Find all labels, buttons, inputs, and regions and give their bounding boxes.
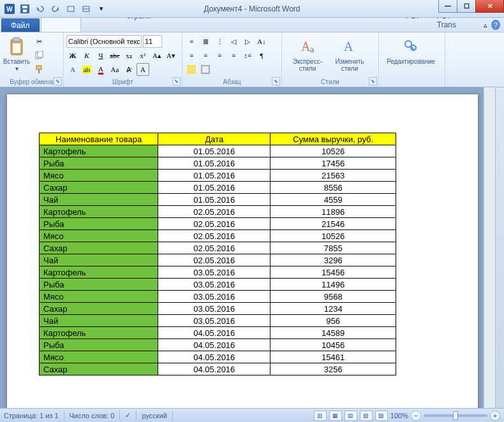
copy-icon[interactable] [33,49,45,62]
zoom-level[interactable]: 100% [390,412,408,419]
table-cell[interactable]: 04.05.2016 [158,339,271,351]
minimize-button[interactable]: — [438,0,457,13]
page-status[interactable]: Страница: 1 из 1 [4,412,59,419]
font-color-icon[interactable]: A [94,63,107,76]
table-cell[interactable]: Рыба [40,279,158,291]
table-cell[interactable]: 04.05.2016 [158,327,271,339]
table-cell[interactable]: Картофель [40,206,158,218]
table-row[interactable]: Мясо03.05.20169568 [40,291,396,303]
table-row[interactable]: Мясо01.05.201621563 [40,170,396,182]
quick-styles-button[interactable]: Aa Экспресс-стили [285,35,330,73]
language-status[interactable]: русский [142,412,167,419]
table-cell[interactable]: 21546 [271,218,396,230]
table-header[interactable]: Сумма выручки, руб. [271,133,396,145]
undo-icon[interactable] [33,2,47,16]
table-cell[interactable]: Сахар [40,303,158,315]
bullets-icon[interactable]: ≡ [185,35,198,48]
font-size-select[interactable] [143,35,162,48]
table-cell[interactable]: 02.05.2016 [158,254,271,266]
table-row[interactable]: Сахар01.05.20168556 [40,182,396,194]
table-cell[interactable]: 15461 [271,351,396,363]
table-cell[interactable]: 03.05.2016 [158,315,271,327]
clear-format-icon[interactable]: A̷ [122,63,135,76]
table-cell[interactable]: 15456 [271,266,396,279]
table-cell[interactable]: Сахар [40,242,158,254]
table-cell[interactable]: 01.05.2016 [158,182,271,194]
editing-button[interactable]: Редактирование [382,35,440,66]
save-icon[interactable] [18,2,32,16]
increase-indent-icon[interactable]: ▷ [241,35,254,48]
word-icon[interactable]: W [3,2,17,16]
table-cell[interactable]: 3256 [271,363,396,375]
align-right-icon[interactable]: ≡ [213,49,226,62]
close-button[interactable]: ✕ [475,0,504,13]
qat-icon-6[interactable] [79,2,93,16]
qat-icon-5[interactable] [64,2,78,16]
table-cell[interactable]: 8556 [271,182,396,194]
paragraph-launcher[interactable]: ⬊ [272,77,280,85]
table-row[interactable]: Картофель04.05.201614589 [40,327,396,339]
table-row[interactable]: Рыба03.05.201611496 [40,279,396,291]
spellcheck-icon[interactable]: ✓ [125,411,131,419]
table-cell[interactable]: 10526 [271,230,396,242]
table-cell[interactable]: Рыба [40,339,158,351]
table-cell[interactable]: 3296 [271,254,396,266]
table-row[interactable]: Чай03.05.2016956 [40,315,396,327]
table-cell[interactable]: 02.05.2016 [158,230,271,242]
table-row[interactable]: Сахар04.05.20163256 [40,363,396,375]
table-cell[interactable]: 7855 [271,242,396,254]
table-cell[interactable]: 04.05.2016 [158,363,271,375]
data-table[interactable]: Наименование товараДатаСумма выручки, ру… [39,133,396,375]
table-cell[interactable]: Чай [40,254,158,266]
table-cell[interactable]: 01.05.2016 [158,157,271,170]
document-scroll[interactable]: Наименование товараДатаСумма выручки, ру… [0,87,484,408]
table-cell[interactable]: 02.05.2016 [158,218,271,230]
qat-dropdown-icon[interactable]: ▾ [94,2,108,16]
table-header[interactable]: Наименование товара [40,133,158,145]
show-marks-icon[interactable]: ¶ [255,49,268,62]
table-row[interactable]: Картофель03.05.201615456 [40,266,396,279]
table-cell[interactable]: 11496 [271,279,396,291]
table-row[interactable]: Картофель01.05.201610526 [40,145,396,157]
table-cell[interactable]: 10526 [271,145,396,157]
table-cell[interactable]: Рыба [40,218,158,230]
table-cell[interactable]: Мясо [40,230,158,242]
change-case-icon[interactable]: Aa [108,63,121,76]
table-row[interactable]: Мясо04.05.201615461 [40,351,396,363]
strike-icon[interactable]: abc [108,49,121,62]
table-cell[interactable]: 21563 [271,170,396,182]
table-cell[interactable]: 11896 [271,206,396,218]
table-cell[interactable]: Мясо [40,351,158,363]
superscript-icon[interactable]: x² [137,49,149,62]
table-cell[interactable]: Чай [40,194,158,206]
zoom-slider[interactable] [424,414,487,417]
change-styles-button[interactable]: A Изменить стили [332,35,367,73]
table-cell[interactable]: Картофель [40,266,158,279]
table-row[interactable]: Рыба04.05.201610456 [40,339,396,351]
table-cell[interactable]: 02.05.2016 [158,206,271,218]
table-row[interactable]: Картофель02.05.201611896 [40,206,396,218]
view-web-icon[interactable]: ▤ [345,411,357,421]
table-cell[interactable]: Рыба [40,157,158,170]
table-cell[interactable]: 956 [271,315,396,327]
underline-icon[interactable]: Ч [94,49,107,62]
table-cell[interactable]: Мясо [40,291,158,303]
grow-font-icon[interactable]: A▴ [151,49,163,62]
redo-icon[interactable] [48,2,63,16]
help-icon[interactable]: ? [491,20,500,30]
file-tab[interactable]: Файл [1,18,40,32]
view-fullscreen-icon[interactable]: ▦ [329,411,342,421]
table-cell[interactable]: 01.05.2016 [158,170,271,182]
table-row[interactable]: Рыба01.05.201617456 [40,157,396,170]
sort-icon[interactable]: A↓ [255,35,268,48]
zoom-out-button[interactable]: − [411,411,421,421]
table-header[interactable]: Дата [158,133,271,145]
view-draft-icon[interactable]: ▨ [375,411,388,421]
table-cell[interactable]: 1234 [271,303,396,315]
table-row[interactable]: Рыба02.05.201621546 [40,218,396,230]
font-family-select[interactable] [66,35,142,48]
table-cell[interactable]: 9568 [271,291,396,303]
table-cell[interactable]: 04.05.2016 [158,351,271,363]
table-cell[interactable]: 03.05.2016 [158,291,271,303]
align-left-icon[interactable]: ≡ [185,49,198,62]
